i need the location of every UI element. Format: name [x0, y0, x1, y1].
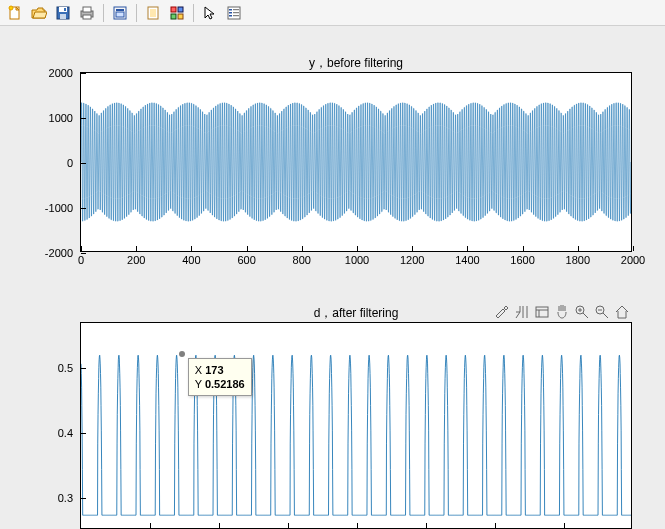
axes-before-filtering[interactable]: y，before filtering 020040060080010001200…	[80, 72, 632, 252]
axes-toolbar	[493, 303, 631, 321]
datatip[interactable]: X 173 Y 0.52186	[188, 358, 252, 396]
xtick-label: 1200	[400, 254, 424, 266]
toolbar-separator	[103, 4, 104, 22]
svg-rect-5	[64, 8, 66, 11]
new-figure-icon[interactable]	[142, 2, 164, 24]
svg-rect-16	[171, 14, 176, 19]
figure-toolbar	[0, 0, 665, 26]
toolbar-separator	[193, 4, 194, 22]
datatip-x-label: X	[195, 364, 202, 376]
save-icon[interactable]	[52, 2, 74, 24]
svg-line-34	[603, 313, 608, 318]
ytick-label: 0.3	[58, 492, 73, 504]
ytick-label: 0.5	[58, 362, 73, 374]
figure-canvas: y，before filtering 020040060080010001200…	[0, 26, 665, 529]
plot-line-after	[81, 323, 631, 528]
xtick-label: 800	[293, 254, 311, 266]
svg-rect-8	[83, 15, 91, 19]
toolbar-separator	[136, 4, 137, 22]
ytick-label: -2000	[45, 247, 73, 259]
ytick-label: 0.4	[58, 427, 73, 439]
datatip-y-value: 0.52186	[205, 378, 245, 390]
svg-rect-7	[83, 7, 91, 12]
copy-figure-icon[interactable]	[109, 2, 131, 24]
svg-rect-11	[116, 12, 124, 17]
brush-icon[interactable]	[493, 303, 511, 321]
home-icon[interactable]	[613, 303, 631, 321]
xtick-label: 2000	[621, 254, 645, 266]
svg-rect-13	[150, 9, 156, 17]
ytick-label: 1000	[49, 112, 73, 124]
datatip-x-value: 173	[205, 364, 223, 376]
svg-rect-25	[536, 307, 548, 317]
pan-icon[interactable]	[553, 303, 571, 321]
xtick-label: 0	[78, 254, 84, 266]
svg-rect-15	[178, 7, 183, 12]
xtick-label: 1400	[455, 254, 479, 266]
axes-after-filtering[interactable]: d，after filtering X 173 Y 0.52186 150200…	[80, 322, 632, 529]
restore-icon[interactable]	[533, 303, 551, 321]
svg-line-31	[583, 313, 588, 318]
svg-rect-4	[60, 14, 66, 19]
print-icon[interactable]	[76, 2, 98, 24]
svg-rect-19	[229, 9, 232, 11]
link-axes-icon[interactable]	[166, 2, 188, 24]
open-file-icon[interactable]	[28, 2, 50, 24]
ytick-label: 2000	[49, 67, 73, 79]
svg-rect-17	[178, 14, 183, 19]
datatip-marker	[179, 351, 185, 357]
datacursor-icon[interactable]	[513, 303, 531, 321]
ytick-label: -1000	[45, 202, 73, 214]
xtick-label: 1600	[510, 254, 534, 266]
svg-point-1	[9, 6, 13, 10]
new-file-icon[interactable]	[4, 2, 26, 24]
svg-rect-14	[171, 7, 176, 12]
zoom-out-icon[interactable]	[593, 303, 611, 321]
xtick-label: 1800	[566, 254, 590, 266]
xtick-label: 600	[237, 254, 255, 266]
svg-rect-10	[116, 9, 124, 11]
axes-title: y，before filtering	[81, 55, 631, 72]
pointer-icon[interactable]	[199, 2, 221, 24]
svg-rect-21	[229, 15, 232, 17]
zoom-in-icon[interactable]	[573, 303, 591, 321]
ytick-label: 0	[67, 157, 73, 169]
svg-rect-20	[229, 12, 232, 14]
xtick-label: 400	[182, 254, 200, 266]
plot-line-before	[81, 73, 631, 251]
xtick-label: 1000	[345, 254, 369, 266]
insert-legend-icon[interactable]	[223, 2, 245, 24]
xtick-label: 200	[127, 254, 145, 266]
datatip-y-label: Y	[195, 378, 202, 390]
